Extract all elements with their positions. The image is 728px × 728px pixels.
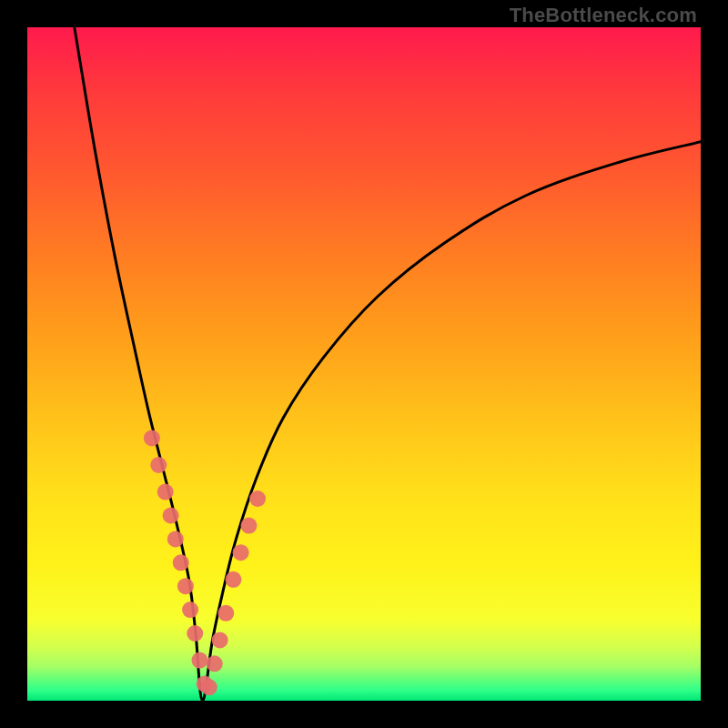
data-marker [225,571,241,588]
data-marker [212,632,228,648]
data-marker [157,484,174,500]
bottleneck-curve [75,27,701,701]
data-marker [201,679,217,695]
data-marker [240,518,257,534]
data-marker [182,602,198,618]
chart-frame: TheBottleneck.com [0,0,728,728]
data-marker [177,578,194,594]
chart-svg [27,27,701,701]
data-marker [163,508,179,524]
data-marker [217,605,234,622]
data-marker [187,625,203,642]
data-marker [191,652,207,669]
data-marker [144,430,160,446]
data-marker [173,554,189,571]
plot-area [27,27,701,701]
data-marker [233,544,249,561]
watermark-text: TheBottleneck.com [510,4,697,27]
data-marker [249,490,266,507]
data-marker [150,457,167,473]
data-marker [167,531,184,547]
data-markers [144,430,266,695]
data-marker [207,655,223,672]
